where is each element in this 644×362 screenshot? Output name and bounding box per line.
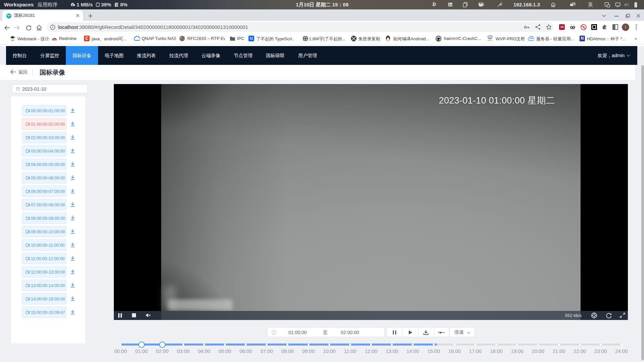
svg-text:WVP·PRO: WVP·PRO (488, 40, 493, 41)
